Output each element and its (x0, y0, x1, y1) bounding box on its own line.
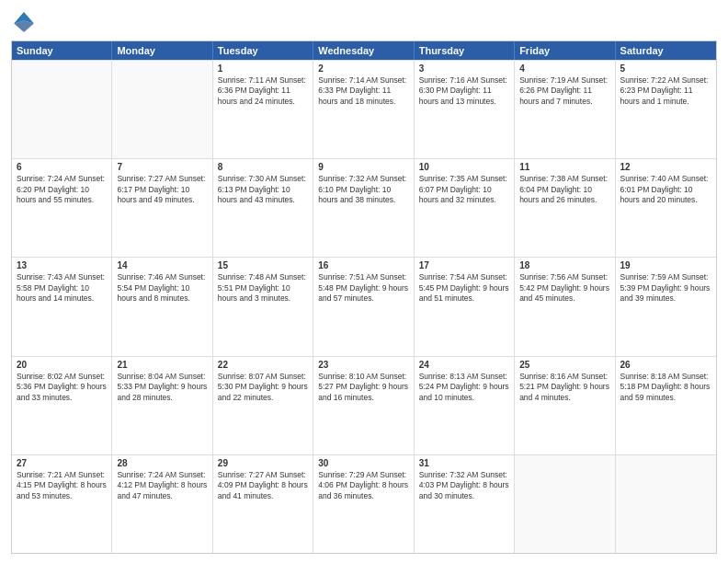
day-cell-23: 23Sunrise: 8:10 AM Sunset: 5:27 PM Dayli… (313, 357, 414, 454)
calendar-body: 1Sunrise: 7:11 AM Sunset: 6:36 PM Daylig… (12, 60, 716, 553)
header (11, 9, 717, 35)
day-cell-16: 16Sunrise: 7:51 AM Sunset: 5:48 PM Dayli… (313, 258, 414, 355)
day-number: 1 (218, 63, 308, 74)
day-cell-2: 2Sunrise: 7:14 AM Sunset: 6:33 PM Daylig… (313, 61, 414, 158)
cell-info: Sunrise: 7:56 AM Sunset: 5:42 PM Dayligh… (519, 272, 609, 304)
cell-info: Sunrise: 8:04 AM Sunset: 5:33 PM Dayligh… (117, 372, 207, 403)
day-cell-29: 29Sunrise: 7:27 AM Sunset: 4:09 PM Dayli… (213, 455, 313, 553)
day-number: 2 (318, 63, 408, 74)
day-cell-12: 12Sunrise: 7:40 AM Sunset: 6:01 PM Dayli… (616, 159, 716, 257)
day-cell-19: 19Sunrise: 7:59 AM Sunset: 5:39 PM Dayli… (616, 258, 716, 355)
day-number: 26 (620, 360, 711, 370)
cell-info: Sunrise: 7:19 AM Sunset: 6:26 PM Dayligh… (519, 75, 609, 107)
cell-info: Sunrise: 7:51 AM Sunset: 5:48 PM Dayligh… (318, 272, 408, 304)
day-cell-8: 8Sunrise: 7:30 AM Sunset: 6:13 PM Daylig… (213, 159, 313, 257)
page: SundayMondayTuesdayWednesdayThursdayFrid… (0, 0, 728, 563)
day-number: 12 (620, 162, 711, 172)
day-number: 24 (419, 360, 509, 370)
cell-info: Sunrise: 7:22 AM Sunset: 6:23 PM Dayligh… (620, 75, 711, 107)
day-cell-13: 13Sunrise: 7:43 AM Sunset: 5:58 PM Dayli… (12, 258, 112, 355)
cell-info: Sunrise: 7:29 AM Sunset: 4:06 PM Dayligh… (318, 470, 408, 501)
day-cell-21: 21Sunrise: 8:04 AM Sunset: 5:33 PM Dayli… (112, 357, 212, 454)
day-number: 22 (218, 360, 308, 370)
logo (11, 9, 40, 35)
calendar: SundayMondayTuesdayWednesdayThursdayFrid… (11, 40, 717, 554)
header-day-sunday: Sunday (12, 41, 112, 60)
day-number: 11 (519, 162, 609, 172)
day-number: 14 (117, 260, 207, 270)
cell-info: Sunrise: 7:11 AM Sunset: 6:36 PM Dayligh… (218, 75, 308, 107)
day-number: 10 (419, 162, 509, 172)
day-number: 15 (218, 260, 308, 270)
day-number: 5 (620, 63, 711, 74)
header-day-monday: Monday (112, 41, 212, 60)
week-row-4: 27Sunrise: 7:21 AM Sunset: 4:15 PM Dayli… (12, 454, 716, 553)
cell-info: Sunrise: 7:16 AM Sunset: 6:30 PM Dayligh… (419, 75, 509, 107)
cell-info: Sunrise: 7:35 AM Sunset: 6:07 PM Dayligh… (419, 174, 509, 205)
empty-cell (12, 61, 112, 158)
day-number: 23 (318, 360, 408, 370)
cell-info: Sunrise: 8:07 AM Sunset: 5:30 PM Dayligh… (218, 372, 308, 403)
cell-info: Sunrise: 8:18 AM Sunset: 5:18 PM Dayligh… (620, 372, 711, 403)
day-number: 25 (519, 360, 609, 370)
header-day-wednesday: Wednesday (313, 41, 414, 60)
day-cell-3: 3Sunrise: 7:16 AM Sunset: 6:30 PM Daylig… (415, 61, 515, 158)
header-day-saturday: Saturday (616, 41, 716, 60)
cell-info: Sunrise: 7:48 AM Sunset: 5:51 PM Dayligh… (218, 272, 308, 304)
cell-info: Sunrise: 7:32 AM Sunset: 4:03 PM Dayligh… (419, 470, 509, 501)
day-number: 16 (318, 260, 408, 270)
day-number: 19 (620, 260, 711, 270)
day-cell-24: 24Sunrise: 8:13 AM Sunset: 5:24 PM Dayli… (415, 357, 515, 454)
day-number: 20 (17, 360, 107, 370)
day-cell-27: 27Sunrise: 7:21 AM Sunset: 4:15 PM Dayli… (12, 455, 112, 553)
cell-info: Sunrise: 7:40 AM Sunset: 6:01 PM Dayligh… (620, 174, 711, 205)
cell-info: Sunrise: 7:54 AM Sunset: 5:45 PM Dayligh… (419, 272, 509, 304)
day-number: 29 (218, 458, 308, 468)
day-cell-11: 11Sunrise: 7:38 AM Sunset: 6:04 PM Dayli… (515, 159, 615, 257)
day-number: 18 (519, 260, 609, 270)
header-day-friday: Friday (515, 41, 615, 60)
day-number: 21 (117, 360, 207, 370)
cell-info: Sunrise: 8:13 AM Sunset: 5:24 PM Dayligh… (419, 372, 509, 403)
day-number: 27 (17, 458, 107, 468)
day-cell-15: 15Sunrise: 7:48 AM Sunset: 5:51 PM Dayli… (213, 258, 313, 355)
calendar-header: SundayMondayTuesdayWednesdayThursdayFrid… (12, 41, 716, 60)
day-cell-18: 18Sunrise: 7:56 AM Sunset: 5:42 PM Dayli… (515, 258, 615, 355)
day-number: 8 (218, 162, 308, 172)
day-cell-6: 6Sunrise: 7:24 AM Sunset: 6:20 PM Daylig… (12, 159, 112, 257)
day-number: 6 (17, 162, 107, 172)
day-cell-7: 7Sunrise: 7:27 AM Sunset: 6:17 PM Daylig… (112, 159, 212, 257)
cell-info: Sunrise: 7:24 AM Sunset: 4:12 PM Dayligh… (117, 470, 207, 501)
day-cell-10: 10Sunrise: 7:35 AM Sunset: 6:07 PM Dayli… (415, 159, 515, 257)
day-cell-30: 30Sunrise: 7:29 AM Sunset: 4:06 PM Dayli… (313, 455, 414, 553)
day-cell-20: 20Sunrise: 8:02 AM Sunset: 5:36 PM Dayli… (12, 357, 112, 454)
cell-info: Sunrise: 8:16 AM Sunset: 5:21 PM Dayligh… (519, 372, 609, 403)
week-row-3: 20Sunrise: 8:02 AM Sunset: 5:36 PM Dayli… (12, 356, 716, 454)
day-number: 28 (117, 458, 207, 468)
cell-info: Sunrise: 7:38 AM Sunset: 6:04 PM Dayligh… (519, 174, 609, 205)
cell-info: Sunrise: 7:27 AM Sunset: 4:09 PM Dayligh… (218, 470, 308, 501)
day-cell-31: 31Sunrise: 7:32 AM Sunset: 4:03 PM Dayli… (415, 455, 515, 553)
week-row-0: 1Sunrise: 7:11 AM Sunset: 6:36 PM Daylig… (12, 60, 716, 158)
cell-info: Sunrise: 7:46 AM Sunset: 5:54 PM Dayligh… (117, 272, 207, 304)
cell-info: Sunrise: 8:10 AM Sunset: 5:27 PM Dayligh… (318, 372, 408, 403)
day-number: 7 (117, 162, 207, 172)
week-row-1: 6Sunrise: 7:24 AM Sunset: 6:20 PM Daylig… (12, 158, 716, 257)
day-cell-25: 25Sunrise: 8:16 AM Sunset: 5:21 PM Dayli… (515, 357, 615, 454)
cell-info: Sunrise: 8:02 AM Sunset: 5:36 PM Dayligh… (17, 372, 107, 403)
day-cell-14: 14Sunrise: 7:46 AM Sunset: 5:54 PM Dayli… (112, 258, 212, 355)
cell-info: Sunrise: 7:21 AM Sunset: 4:15 PM Dayligh… (17, 470, 107, 501)
cell-info: Sunrise: 7:59 AM Sunset: 5:39 PM Dayligh… (620, 272, 711, 304)
day-cell-4: 4Sunrise: 7:19 AM Sunset: 6:26 PM Daylig… (515, 61, 615, 158)
day-number: 17 (419, 260, 509, 270)
empty-cell (112, 61, 212, 158)
header-day-tuesday: Tuesday (213, 41, 313, 60)
day-number: 4 (519, 63, 609, 74)
day-number: 30 (318, 458, 408, 468)
cell-info: Sunrise: 7:30 AM Sunset: 6:13 PM Dayligh… (218, 174, 308, 205)
day-cell-28: 28Sunrise: 7:24 AM Sunset: 4:12 PM Dayli… (112, 455, 212, 553)
logo-icon (11, 9, 37, 35)
day-cell-5: 5Sunrise: 7:22 AM Sunset: 6:23 PM Daylig… (616, 61, 716, 158)
day-cell-22: 22Sunrise: 8:07 AM Sunset: 5:30 PM Dayli… (213, 357, 313, 454)
empty-cell (515, 455, 615, 553)
